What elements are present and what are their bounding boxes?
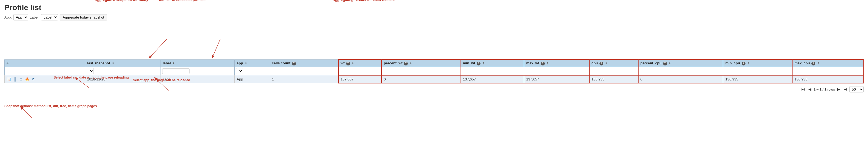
svg-line-2 xyxy=(212,39,220,58)
col-min-wt: min_wt ? ⇕ xyxy=(461,60,524,67)
cell-app: App xyxy=(235,75,270,83)
annotation-agg-results: Aggregating results for each request xyxy=(333,0,395,2)
cell-min-cpu: 136,935 xyxy=(723,75,792,83)
annotation-collected-profiles: Number of collected profiles xyxy=(157,0,206,2)
filter-last-snapshot xyxy=(85,67,160,75)
cell-calls-count: 1 xyxy=(270,75,338,83)
filter-percent-wt xyxy=(381,67,461,75)
cell-cpu: 136,935 xyxy=(589,75,638,83)
info-max-cpu[interactable]: ? xyxy=(811,62,815,66)
sort-app[interactable]: ⇕ xyxy=(245,62,247,65)
annotation-select-label: Select label and date without the page r… xyxy=(54,76,129,79)
info-cpu[interactable]: ? xyxy=(599,62,603,66)
first-page-button[interactable]: ⏮ xyxy=(800,86,806,92)
last-page-button[interactable]: ⏭ xyxy=(842,86,848,92)
per-page-select[interactable]: 10 25 50 100 xyxy=(849,86,864,92)
prev-page-button[interactable]: ◀ xyxy=(807,86,812,92)
svg-line-5 xyxy=(21,107,32,118)
annotation-aggregate-today: Aggregate a snapshot for today xyxy=(95,0,148,2)
col-hash: # xyxy=(5,60,85,67)
last-snapshot-filter-select[interactable] xyxy=(87,68,94,74)
col-max-wt: max_wt ? ⇕ xyxy=(524,60,589,67)
info-calls-count[interactable]: ? xyxy=(292,62,296,66)
tree-icon[interactable]: □ xyxy=(19,77,24,82)
sort-wt[interactable]: ⇕ xyxy=(352,62,354,65)
sort-cpu[interactable]: ⇕ xyxy=(605,62,607,65)
col-label: label ⇕ xyxy=(161,60,235,67)
sort-percent-wt[interactable]: ⇕ xyxy=(410,62,412,65)
label-filter-input[interactable] xyxy=(162,69,189,74)
col-wt: wt ? ⇕ xyxy=(339,60,382,67)
filter-app xyxy=(235,67,270,75)
col-min-cpu: min_cpu ? ⇕ xyxy=(723,60,792,67)
col-percent-cpu: percent_cpu ? ⇕ xyxy=(638,60,723,67)
annotation-snapshot-actions: Snapshot actions: method list, diff, tre… xyxy=(4,104,97,108)
annotation-select-app: Select app, the page will be reloaded xyxy=(133,78,190,82)
label-label: Label: xyxy=(30,15,39,20)
cell-min-wt: 137,657 xyxy=(461,75,524,83)
sort-min-cpu[interactable]: ⇕ xyxy=(747,62,749,65)
pagination: ⏮ ◀ 1 – 1 / 1 rows ▶ ⏭ 10 25 50 100 xyxy=(4,86,864,92)
cell-wt: 137,657 xyxy=(339,75,382,83)
page-info: 1 – 1 / 1 rows xyxy=(813,87,835,91)
col-max-cpu: max_cpu ? ⇕ xyxy=(792,60,863,67)
bar-chart-icon[interactable]: 📊 xyxy=(6,77,11,82)
cell-percent-wt: 0 xyxy=(381,75,461,83)
cell-percent-cpu: 0 xyxy=(638,75,723,83)
page-title: Profile list xyxy=(4,3,864,12)
info-percent-cpu[interactable]: ? xyxy=(663,62,667,66)
diff-icon[interactable]: ║ xyxy=(12,77,18,82)
aggregate-button[interactable]: Aggregate today snapshot xyxy=(60,14,107,21)
col-percent-wt: percent_wt ? ⇕ xyxy=(381,60,461,67)
last-snapshot-filter-wrapper xyxy=(87,68,94,74)
info-min-cpu[interactable]: ? xyxy=(742,62,745,66)
filter-min-cpu xyxy=(723,67,792,75)
app-select[interactable]: App xyxy=(13,14,28,21)
refresh-icon[interactable]: ↺ xyxy=(31,77,36,82)
sort-max-wt[interactable]: ⇕ xyxy=(547,62,549,65)
sort-min-wt[interactable]: ⇕ xyxy=(483,62,485,65)
main-content: Select label and date without the page r… xyxy=(4,59,864,92)
col-calls-count: calls count ? xyxy=(270,60,338,67)
filter-max-wt xyxy=(524,67,589,75)
filter-label xyxy=(161,67,235,75)
filter-wt xyxy=(339,67,382,75)
cell-max-cpu: 136,935 xyxy=(792,75,863,83)
app-filter-wrapper xyxy=(236,68,243,74)
info-percent-wt[interactable]: ? xyxy=(404,62,408,66)
sort-max-cpu[interactable]: ⇕ xyxy=(817,62,819,65)
filter-hash xyxy=(5,67,85,75)
sort-label[interactable]: ⇕ xyxy=(173,62,175,65)
app-filter-select[interactable] xyxy=(236,68,243,74)
filter-min-wt xyxy=(461,67,524,75)
app-label: App: xyxy=(4,15,12,20)
sort-percent-cpu[interactable]: ⇕ xyxy=(669,62,671,65)
filter-cpu xyxy=(589,67,638,75)
filter-max-cpu xyxy=(792,67,863,75)
col-app: app ⇕ xyxy=(235,60,270,67)
filter-percent-cpu xyxy=(638,67,723,75)
col-cpu: cpu ? ⇕ xyxy=(589,60,638,67)
toolbar: App: App Label: Label Aggregate today sn… xyxy=(4,14,864,21)
sort-last-snapshot[interactable]: ⇕ xyxy=(112,62,114,65)
svg-line-1 xyxy=(149,39,167,58)
cell-max-wt: 137,657 xyxy=(524,75,589,83)
info-max-wt[interactable]: ? xyxy=(541,62,545,66)
filter-calls-count xyxy=(270,67,338,75)
info-min-wt[interactable]: ? xyxy=(477,62,480,66)
header-row: # last snapshot ⇕ label ⇕ app ⇕ xyxy=(5,60,864,67)
col-last-snapshot: last snapshot ⇕ xyxy=(85,60,160,67)
info-wt[interactable]: ? xyxy=(346,62,350,66)
flame-icon[interactable]: 🔥 xyxy=(25,77,30,82)
next-page-button[interactable]: ▶ xyxy=(836,86,841,92)
filter-row xyxy=(5,67,864,75)
label-select[interactable]: Label xyxy=(41,14,58,21)
